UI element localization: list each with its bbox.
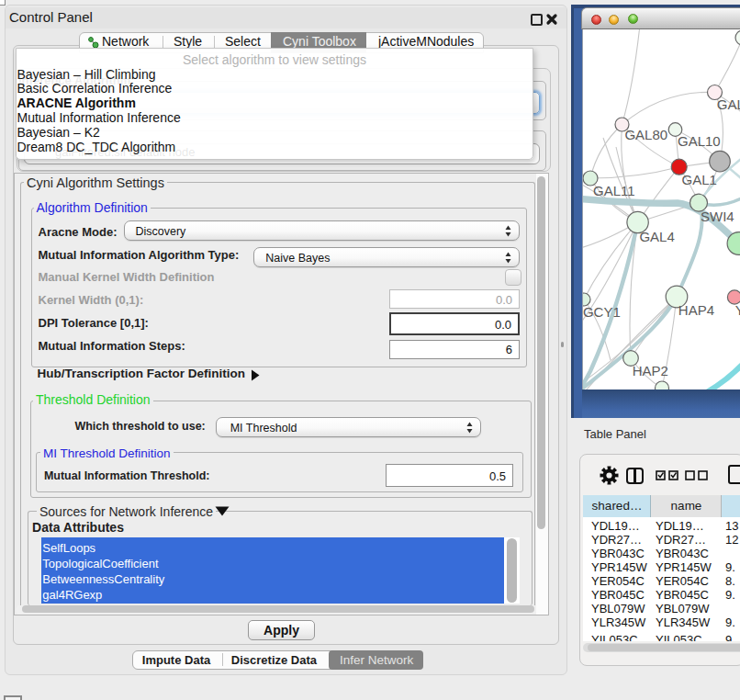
svg-text:SWI4: SWI4 — [701, 209, 734, 224]
svg-text:GCY1: GCY1 — [583, 304, 621, 320]
svg-text:GAL4: GAL4 — [639, 229, 674, 244]
svg-text:GAL1: GAL1 — [682, 172, 717, 187]
svg-text:Y: Y — [735, 302, 740, 318]
svg-text:HAP2: HAP2 — [633, 363, 668, 378]
svg-text:GAL10: GAL10 — [678, 133, 721, 149]
svg-text:GAL2: GAL2 — [717, 96, 740, 112]
svg-text:HAP4: HAP4 — [678, 302, 714, 318]
svg-text:GAL80: GAL80 — [624, 127, 667, 142]
svg-text:GAL11: GAL11 — [593, 183, 635, 198]
